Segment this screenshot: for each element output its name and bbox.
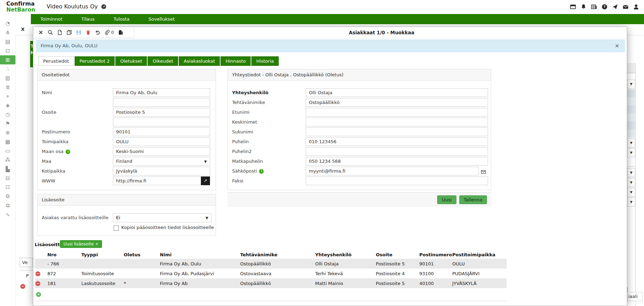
- add-address-icon[interactable]: +: [36, 292, 41, 297]
- banner-letter: T: [30, 43, 33, 49]
- sidebar-item-money[interactable]: ⊡: [0, 46, 15, 55]
- contact-panel: Yhteystiedot - Olli Ostaja , Ostopäällik…: [228, 69, 491, 190]
- field-row-sukunimi: Sukunimi: [228, 127, 491, 137]
- sidebar-item-bar-chart[interactable]: ▙: [0, 165, 15, 174]
- tab-hinnasto[interactable]: Hinnasto: [221, 56, 251, 66]
- sidebar-item-laptop[interactable]: ▭: [0, 146, 15, 155]
- news-icon[interactable]: [591, 4, 597, 10]
- keskinimet-input[interactable]: [306, 118, 488, 126]
- new-doc-icon[interactable]: [57, 30, 62, 35]
- sidebar-item-truck[interactable]: ▥: [0, 74, 15, 83]
- address-row[interactable]: −181Laskutusosoite*Firma Oy AbOstopäälli…: [35, 278, 507, 288]
- copy-main-address-checkbox[interactable]: [114, 225, 119, 231]
- tab-historia[interactable]: Historia: [251, 56, 279, 66]
- sidebar-item-wrench[interactable]: ⌖: [0, 92, 15, 101]
- sidebar-item-cards[interactable]: ⧉: [0, 201, 15, 210]
- sidebar-item-dashboard[interactable]: ◔: [0, 19, 15, 28]
- sidebar-item-globe[interactable]: ⊕: [0, 128, 15, 137]
- brand-logo[interactable]: Confirma NetBaron: [6, 1, 35, 13]
- sidebar-item-sitemap[interactable]: ⋔: [0, 28, 15, 37]
- window-icon[interactable]: [570, 4, 576, 10]
- send-icon[interactable]: [612, 4, 618, 10]
- uusi-button[interactable]: Uusi: [437, 195, 456, 204]
- sidebar-item-cluster[interactable]: ∴: [0, 64, 15, 74]
- sukunimi-input[interactable]: [306, 127, 488, 136]
- user-icon[interactable]: [633, 4, 639, 10]
- menu-item-toiminnot[interactable]: Toiminnot: [31, 14, 72, 24]
- remove-address-icon[interactable]: −: [35, 271, 40, 276]
- cell: Postiosoite 5: [376, 261, 419, 266]
- sidebar-item-compass[interactable]: ◈: [0, 101, 15, 110]
- tab-oikeudet[interactable]: Oikeudet: [148, 56, 178, 66]
- nimi-input[interactable]: Firma Oy Ab, Oulu: [113, 88, 210, 97]
- delete-icon[interactable]: [86, 30, 91, 35]
- www-input[interactable]: http://firma.fi: [113, 176, 210, 185]
- info-icon[interactable]: i: [259, 169, 264, 174]
- tab-perustiedot[interactable]: Perustiedot: [38, 56, 74, 66]
- undo-icon[interactable]: [95, 30, 100, 35]
- bell-icon[interactable]: [581, 4, 587, 10]
- truck-icon: ▥: [5, 75, 10, 81]
- dialog-title: Asiakkaat 1/0 - Muokkaa: [349, 27, 414, 38]
- kotipaikka-input[interactable]: Jyväskylä: [113, 167, 210, 175]
- info-icon[interactable]: i: [66, 149, 70, 154]
- field-row-sahkoposti: Sähköpostiimyynti@firma.fi: [228, 167, 491, 176]
- menu-item-tulosta[interactable]: Tulosta: [104, 14, 139, 24]
- sidebar-item-gears[interactable]: ⚙: [0, 192, 15, 201]
- maan-osa-input[interactable]: Keski-Suomi: [113, 147, 210, 156]
- field-label: Osoite: [42, 108, 56, 117]
- address-row[interactable]: −872ToimitusosoiteFirma Oy Ab, Pudasjärv…: [35, 269, 507, 278]
- address-row[interactable]: - 766Firma Oy Ab, OuluOstopäällikköOlli …: [35, 259, 507, 269]
- sidebar-item-document[interactable]: ▤: [0, 37, 15, 46]
- copy-icon[interactable]: [67, 30, 72, 35]
- extra-1-input[interactable]: [113, 98, 210, 107]
- etunimi-input[interactable]: [306, 108, 488, 117]
- maa-select[interactable]: Finland▼: [113, 157, 210, 166]
- tallenna-button[interactable]: Tallenna: [459, 195, 487, 204]
- close-icon[interactable]: [38, 30, 43, 35]
- osoite-input[interactable]: Postiosoite 5: [113, 108, 210, 117]
- background-tab-close[interactable]: X: [21, 27, 25, 32]
- background-select-fragment: ▼: [627, 188, 635, 197]
- sidebar-item-drawers[interactable]: ☷: [0, 183, 15, 192]
- background-remove-fragment: −: [20, 282, 25, 289]
- tab-asiakasluokat[interactable]: Asiakasluokat: [179, 56, 220, 66]
- tehtavanimike-input[interactable]: Ostopäällikkö: [306, 98, 488, 107]
- mail-icon[interactable]: [623, 4, 629, 10]
- save-icon[interactable]: [76, 30, 81, 35]
- postinumero-input[interactable]: 90101: [113, 127, 210, 136]
- faksi-input[interactable]: [306, 176, 488, 185]
- sidebar-item-flag[interactable]: ⚑: [0, 119, 15, 128]
- field-label: Etunimi: [232, 108, 250, 117]
- cell: Postiosoite 5: [376, 281, 419, 286]
- envelope-icon[interactable]: [478, 167, 488, 175]
- matkapuhelin-input[interactable]: 050 1234 568: [306, 157, 488, 166]
- remove-address-icon[interactable]: −: [35, 281, 40, 286]
- sidebar-item-apps-grid[interactable]: ⊞: [0, 55, 15, 64]
- yhteyshenkilo-input[interactable]: Olli Ostaja: [306, 88, 488, 97]
- sidebar-item-users[interactable]: ⁂: [0, 155, 15, 165]
- toimipaikka-input[interactable]: OULU: [113, 137, 210, 146]
- sidebar-item-calendar[interactable]: ▦: [0, 137, 15, 146]
- external-link-icon[interactable]: ↗: [201, 176, 210, 185]
- sidebar-item-checklist[interactable]: ≣: [0, 83, 15, 92]
- sidebar-item-archive[interactable]: ⊟: [0, 174, 15, 183]
- extra-3-input[interactable]: [113, 118, 210, 126]
- new-address-button[interactable]: Uusi lisäosoite +: [60, 240, 102, 248]
- tab-oletukset[interactable]: Oletukset: [115, 56, 147, 66]
- extra-address-select[interactable]: Ei ▼: [113, 213, 211, 222]
- search-icon[interactable]: [48, 30, 53, 35]
- help-icon[interactable]: ?: [602, 4, 608, 10]
- tab-perustiedot-2[interactable]: Perustiedot 2: [75, 56, 115, 66]
- paste-icon[interactable]: [118, 30, 123, 35]
- puhelin-input[interactable]: 010 123456: [306, 137, 488, 146]
- menu-item-tilaus[interactable]: Tilaus: [72, 14, 104, 24]
- sidebar-item-trend[interactable]: ∿: [0, 210, 15, 219]
- puhelin2-input[interactable]: [306, 147, 488, 156]
- menu-item-sovellukset[interactable]: Sovellukset: [139, 14, 184, 24]
- sahkoposti-input[interactable]: myynti@firma.fi: [306, 167, 488, 175]
- cell: Firma Oy Ab: [160, 281, 240, 286]
- sidebar-item-clock[interactable]: ◷: [0, 110, 15, 119]
- attachment-icon[interactable]: [104, 30, 110, 35]
- info-bar-close-icon[interactable]: ×: [615, 40, 619, 52]
